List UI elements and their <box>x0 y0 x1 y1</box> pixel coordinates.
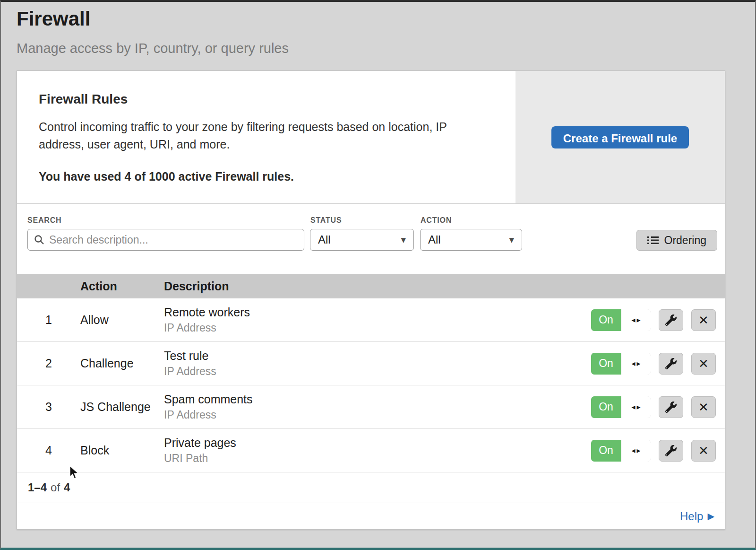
create-firewall-rule-button[interactable]: Create a Firewall rule <box>551 126 689 148</box>
toggle-on-label: On <box>591 353 621 375</box>
search-filter-group: SEARCH <box>27 216 304 251</box>
pagination-of: of <box>51 481 60 494</box>
rule-field-type: IP Address <box>164 409 588 421</box>
toggle-handle-arrows-icon: ◂▸ <box>621 440 651 462</box>
status-select[interactable]: All ▾ <box>310 229 414 251</box>
close-icon: ✕ <box>698 357 709 371</box>
rule-enabled-toggle[interactable]: On ◂▸ <box>591 353 651 375</box>
rule-action: JS Challenge <box>80 400 164 414</box>
delete-rule-button[interactable]: ✕ <box>691 309 716 331</box>
wrench-icon <box>665 358 677 369</box>
rule-enabled-toggle[interactable]: On ◂▸ <box>591 440 651 462</box>
toggle-handle-arrows-icon: ◂▸ <box>621 309 651 331</box>
pagination: 1–4 of 4 <box>17 472 725 503</box>
edit-rule-button[interactable] <box>659 396 683 418</box>
delete-rule-button[interactable]: ✕ <box>691 396 716 418</box>
status-filter-group: STATUS All ▾ <box>304 216 414 251</box>
rule-controls: On ◂▸ ✕ <box>588 353 725 375</box>
toggle-handle-arrows-icon: ◂▸ <box>621 396 651 418</box>
card-intro-text: Firewall Rules Control incoming traffic … <box>17 71 515 203</box>
rule-description: Remote workers <box>164 306 588 319</box>
edit-rule-button[interactable] <box>659 440 683 462</box>
intro-description: Control incoming traffic to your zone by… <box>39 118 485 153</box>
page-title: Firewall <box>17 8 739 30</box>
rule-controls: On ◂▸ ✕ <box>588 396 725 418</box>
rule-index: 3 <box>17 400 80 414</box>
help-link-label: Help <box>680 510 703 523</box>
ordering-list-icon <box>647 236 659 245</box>
intro-heading: Firewall Rules <box>39 92 493 107</box>
toggle-on-label: On <box>591 396 621 418</box>
rule-action: Block <box>80 444 164 457</box>
filters-bar: SEARCH STATUS All ▾ <box>17 204 725 274</box>
rule-description-cell: Spam comments IP Address <box>164 393 588 421</box>
table-header-description: Description <box>164 279 588 293</box>
delete-rule-button[interactable]: ✕ <box>691 353 716 375</box>
pagination-range: 1–4 <box>28 481 47 494</box>
rule-index: 1 <box>17 313 80 327</box>
search-icon <box>34 234 45 245</box>
edit-rule-button[interactable] <box>659 309 683 331</box>
table-row: 2 Challenge Test rule IP Address On ◂▸ ✕ <box>17 342 725 385</box>
rule-description: Spam comments <box>164 393 588 406</box>
rule-description-cell: Test rule IP Address <box>164 349 588 378</box>
help-link[interactable]: Help ▶ <box>680 510 714 523</box>
close-icon: ✕ <box>698 400 709 414</box>
table-header: Action Description <box>17 274 725 298</box>
toggle-on-label: On <box>591 309 621 331</box>
rule-description: Private pages <box>164 436 588 450</box>
help-arrow-icon: ▶ <box>707 511 714 522</box>
rule-description: Test rule <box>164 349 588 363</box>
rule-action: Challenge <box>80 357 164 370</box>
search-label: SEARCH <box>27 216 304 225</box>
table-row: 1 Allow Remote workers IP Address On ◂▸ … <box>17 298 725 342</box>
rule-field-type: URI Path <box>164 452 588 465</box>
intro-usage: You have used 4 of 1000 active Firewall … <box>39 170 493 183</box>
card-intro-section: Firewall Rules Control incoming traffic … <box>17 71 725 204</box>
delete-rule-button[interactable]: ✕ <box>691 440 716 462</box>
rule-description-cell: Private pages URI Path <box>164 436 588 465</box>
card-footer: Help ▶ <box>17 503 725 529</box>
rule-controls: On ◂▸ ✕ <box>588 440 725 462</box>
table-header-action: Action <box>80 279 164 293</box>
rule-field-type: IP Address <box>164 365 588 378</box>
rule-enabled-toggle[interactable]: On ◂▸ <box>591 309 651 331</box>
ordering-button[interactable]: Ordering <box>636 230 717 251</box>
close-icon: ✕ <box>698 444 709 458</box>
pagination-total: 4 <box>64 481 70 494</box>
ordering-button-label: Ordering <box>664 234 706 247</box>
wrench-icon <box>665 402 677 413</box>
action-select[interactable]: All ▾ <box>420 229 522 251</box>
firewall-rules-card: Firewall Rules Control incoming traffic … <box>17 70 725 530</box>
table-row: 3 JS Challenge Spam comments IP Address … <box>17 385 725 429</box>
edit-rule-button[interactable] <box>659 353 683 375</box>
page: Firewall Manage access by IP, country, o… <box>1 2 755 530</box>
action-label: ACTION <box>421 216 522 225</box>
rule-action: Allow <box>80 313 164 327</box>
wrench-icon <box>665 314 677 326</box>
rule-field-type: IP Address <box>164 322 588 334</box>
status-select-value: All <box>318 233 331 246</box>
status-label: STATUS <box>310 216 414 225</box>
search-box[interactable] <box>27 229 304 251</box>
chevron-down-icon: ▾ <box>509 234 514 245</box>
toggle-handle-arrows-icon: ◂▸ <box>621 353 651 375</box>
search-input[interactable] <box>49 234 298 246</box>
chevron-down-icon: ▾ <box>401 234 406 245</box>
rule-enabled-toggle[interactable]: On ◂▸ <box>591 396 651 418</box>
action-filter-group: ACTION All ▾ <box>414 216 522 251</box>
page-subtitle: Manage access by IP, country, or query r… <box>17 41 739 56</box>
table-row: 4 Block Private pages URI Path On ◂▸ ✕ <box>17 429 725 472</box>
rule-controls: On ◂▸ ✕ <box>588 309 725 331</box>
card-intro-side-panel: Create a Firewall rule <box>515 71 725 203</box>
close-icon: ✕ <box>698 313 709 327</box>
wrench-icon <box>665 445 677 456</box>
rule-description-cell: Remote workers IP Address <box>164 306 588 334</box>
toggle-on-label: On <box>591 440 621 462</box>
action-select-value: All <box>428 233 441 246</box>
rule-index: 2 <box>17 357 80 370</box>
rule-index: 4 <box>17 444 80 457</box>
